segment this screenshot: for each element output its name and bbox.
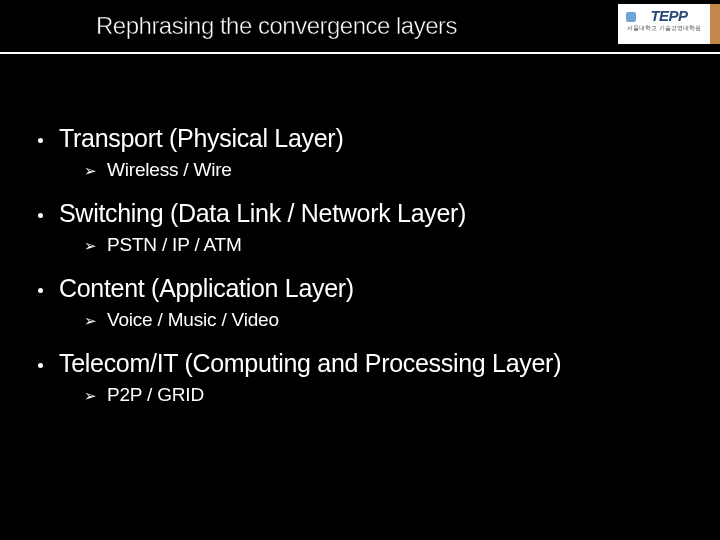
content-area: Transport (Physical Layer) ➢ Wireless / … — [0, 54, 720, 406]
arrow-icon: ➢ — [84, 312, 97, 330]
list-item: Content (Application Layer) — [38, 274, 682, 303]
item-main-text: Switching (Data Link / Network Layer) — [59, 199, 466, 228]
header-bar: Rephrasing the convergence layers TEPP 서… — [0, 0, 720, 54]
list-item: Switching (Data Link / Network Layer) — [38, 199, 682, 228]
item-main-text: Telecom/IT (Computing and Processing Lay… — [59, 349, 561, 378]
arrow-icon: ➢ — [84, 387, 97, 405]
arrow-icon: ➢ — [84, 237, 97, 255]
bullet-icon — [38, 288, 43, 293]
item-main-text: Transport (Physical Layer) — [59, 124, 343, 153]
logo-side-strip — [710, 4, 720, 44]
bullet-icon — [38, 138, 43, 143]
bullet-icon — [38, 213, 43, 218]
item-sub-text: PSTN / IP / ATM — [107, 234, 242, 256]
slide-title: Rephrasing the convergence layers — [96, 12, 457, 40]
list-subitem: ➢ Voice / Music / Video — [84, 309, 682, 331]
list-subitem: ➢ PSTN / IP / ATM — [84, 234, 682, 256]
list-subitem: ➢ Wireless / Wire — [84, 159, 682, 181]
bullet-icon — [38, 363, 43, 368]
item-sub-text: Voice / Music / Video — [107, 309, 279, 331]
item-main-text: Content (Application Layer) — [59, 274, 354, 303]
item-sub-text: Wireless / Wire — [107, 159, 232, 181]
arrow-icon: ➢ — [84, 162, 97, 180]
logo-text: TEPP — [650, 7, 687, 24]
logo-badge: TEPP 서울대학교 기술경영대학원 — [618, 4, 710, 44]
list-item: Telecom/IT (Computing and Processing Lay… — [38, 349, 682, 378]
list-item: Transport (Physical Layer) — [38, 124, 682, 153]
logo-mark-icon — [626, 12, 636, 22]
item-sub-text: P2P / GRID — [107, 384, 204, 406]
list-subitem: ➢ P2P / GRID — [84, 384, 682, 406]
slide: Rephrasing the convergence layers TEPP 서… — [0, 0, 720, 540]
logo-subtext: 서울대학교 기술경영대학원 — [627, 24, 701, 33]
